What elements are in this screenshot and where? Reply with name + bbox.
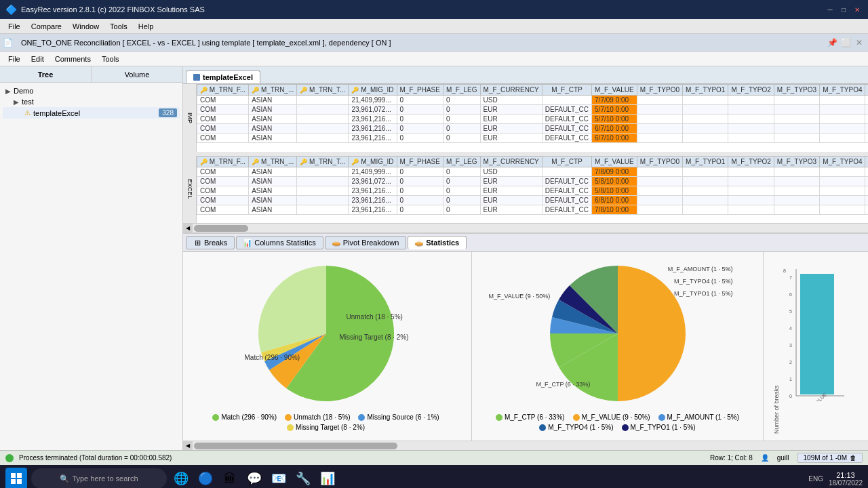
top-table-row[interactable]: COMASIAN23,961,072...00EURDEFAULT_CC5/7/… <box>197 105 869 115</box>
sidebar-volume-tab[interactable]: Volume <box>92 66 182 82</box>
top-table-row[interactable]: COMASIAN23,961,216...00EURDEFAULT_CC5/7/… <box>197 115 869 124</box>
charts-scrollbar[interactable]: ◀ <box>183 441 868 450</box>
bottom-table-cell: 0 <box>443 186 480 195</box>
top-table-cell <box>542 96 591 105</box>
bottom-table-cell <box>683 176 728 186</box>
col-header-typo4: M_F_TYPO4 <box>820 85 865 96</box>
bottom-table-cell: 0 <box>443 176 480 186</box>
bottom-table-cell <box>297 167 349 176</box>
top-table-cell: DEFAULT_CC <box>542 115 591 124</box>
bottom-table-cell <box>728 176 774 186</box>
bottom-table-cell <box>774 195 819 205</box>
chart-divider <box>471 252 472 441</box>
bottom-table-cell <box>297 195 349 205</box>
col-header-migid: 🔑 M_MIG_ID <box>349 85 397 96</box>
taskbar-edge-icon[interactable]: 🌐 <box>171 468 191 488</box>
minimize-button[interactable]: ─ <box>825 4 835 15</box>
toolbar-pin-icon[interactable]: 📌 <box>826 37 838 49</box>
taskbar-teams-icon[interactable]: 💬 <box>244 468 264 488</box>
toolbar-close2-icon[interactable]: ✕ <box>853 37 865 49</box>
app3-icon: 📊 <box>320 471 335 486</box>
menu-compare[interactable]: Compare <box>26 21 67 32</box>
col-header-b-amou: M_F_AMOU... <box>865 156 868 167</box>
bottom-table-row[interactable]: COMASIAN23,961,216...00EURDEFAULT_CC7/8/… <box>197 205 869 214</box>
chart2-value-label: M_F_VALUE (9 · 50%) <box>489 293 551 300</box>
status-row-col: Row: 1; Col: 8 <box>710 454 753 462</box>
legend-missing-target: Missing Target (8 · 2%) <box>287 424 365 431</box>
menu2-comments[interactable]: Comments <box>50 54 96 64</box>
tables-scrollbar[interactable]: ◀ <box>183 223 868 232</box>
taskbar-app2-icon[interactable]: 🔧 <box>293 468 313 488</box>
tree-badge: 328 <box>159 108 177 117</box>
bottom-table-cell <box>683 167 728 176</box>
edge-icon: 🌐 <box>174 471 189 486</box>
top-table-row[interactable]: COMASIAN23,961,216...00EURDEFAULT_CC6/7/… <box>197 134 869 143</box>
bottom-table-cell: 6/8/10 0:00 <box>592 195 637 205</box>
tab-columns-stats-label: Columns Statistics <box>254 239 315 247</box>
tab-template-excel[interactable]: templateExcel <box>186 70 260 83</box>
tab-pivot-breakdown[interactable]: 🥧 Pivot Breakdown <box>325 236 407 249</box>
taskbar-chrome-icon[interactable]: 🔵 <box>195 468 216 488</box>
sidebar-tree-tab[interactable]: Tree <box>0 66 92 82</box>
y-label-4: 4 <box>789 326 792 331</box>
toolbar-expand-icon[interactable]: ⬜ <box>840 37 852 49</box>
maximize-button[interactable]: □ <box>838 4 849 15</box>
bottom-table-cell: INT <box>865 186 868 195</box>
start-button[interactable] <box>5 468 27 488</box>
bottom-table-cell: DEFAULT_CC <box>542 176 591 186</box>
bottom-table-row[interactable]: COMASIAN23,961,216...00EURDEFAULT_CC6/8/… <box>197 195 869 205</box>
toolbar2-icons: 📄 <box>3 38 13 47</box>
close-button[interactable]: ✕ <box>852 4 863 15</box>
bottom-table-cell: ASIAN <box>249 195 297 205</box>
scroll-left-arrow[interactable]: ◀ <box>183 224 193 233</box>
col-header-phase: M_F_PHASE <box>397 85 443 96</box>
top-table-cell <box>728 115 774 124</box>
menu-file[interactable]: File <box>3 21 26 32</box>
bottom-table-row[interactable]: COMASIAN21,409,999...00USD7/8/09 0:00INT <box>197 167 869 176</box>
menu-tools[interactable]: Tools <box>104 21 133 32</box>
menu-help[interactable]: Help <box>133 21 159 32</box>
clock-date: 18/07/2022 <box>829 479 863 487</box>
svg-rect-3 <box>17 479 22 484</box>
menu-window[interactable]: Window <box>67 21 104 32</box>
menu-bar: File Compare Window Tools Help <box>0 19 868 34</box>
tab-statistics[interactable]: 🥧 Statistics <box>408 236 467 249</box>
bottom-table-cell <box>728 205 774 214</box>
bottom-table-row[interactable]: COMASIAN23,961,072...00EURDEFAULT_CC5/8/… <box>197 176 869 186</box>
legend2-value: M_F_VALUE (9 · 50%) <box>573 413 650 421</box>
bottom-table-cell: INT <box>865 195 868 205</box>
tree-item-template[interactable]: ⚠ templateExcel 328 <box>3 107 180 119</box>
charts-scroll-left[interactable]: ◀ <box>183 441 193 451</box>
legend-missing-target-label: Missing Target (8 · 2%) <box>296 424 365 431</box>
status-memory: 109M of 1 -0M 🗑 <box>797 453 863 463</box>
top-table-cell: 21,409,999... <box>349 96 397 105</box>
top-table-cell <box>683 134 728 143</box>
menu2-edit[interactable]: Edit <box>26 54 50 64</box>
tree-item-test[interactable]: ▶ test <box>3 96 180 107</box>
taskbar-app1-icon[interactable]: 🏛 <box>220 468 240 488</box>
top-table-row[interactable]: COMASIAN23,961,216...00EURDEFAULT_CC6/7/… <box>197 124 869 134</box>
tab-breaks[interactable]: ⊞ Breaks <box>186 236 235 249</box>
tab-columns-statistics[interactable]: 📊 Columns Statistics <box>236 236 323 249</box>
taskbar-app3-icon[interactable]: 📊 <box>317 468 338 488</box>
top-table-row[interactable]: COMASIAN21,409,999...00USD7/7/09 0:00INT <box>197 96 869 105</box>
toolbar-icon-group: 📌 ⬜ ✕ <box>826 37 865 49</box>
chart2-container: M_F_AMOUNT (1 · 5%) M_F_TYPO4 (1 · 5%) M… <box>475 252 760 441</box>
charts-scroll-thumb[interactable] <box>194 443 397 449</box>
col-header-leg: M_F_LEG <box>443 85 480 96</box>
menu2-tools[interactable]: Tools <box>96 54 125 64</box>
bar-chart-container: Number of breaks 0 1 2 3 4 5 6 7 8 <box>766 252 868 441</box>
top-table-cell: 0 <box>443 96 480 105</box>
bottom-table-row[interactable]: COMASIAN23,961,216...00EURDEFAULT_CC5/8/… <box>197 186 869 195</box>
col-header-typo1: M_F_TYPO1 <box>683 85 728 96</box>
main-content: Tree Volume ▶ Demo ▶ test ⚠ templateExce… <box>0 66 868 450</box>
bottom-table-cell: COM <box>197 205 249 214</box>
taskbar-outlook-icon[interactable]: 📧 <box>269 468 289 488</box>
menu2-file[interactable]: File <box>3 54 26 64</box>
top-table-cell: INT <box>865 105 868 115</box>
bottom-table-label: EXCEL <box>183 156 197 224</box>
bottom-table-cell <box>820 186 865 195</box>
search-box[interactable]: 🔍 Type here to search <box>31 468 167 488</box>
scroll-thumb[interactable] <box>194 225 248 232</box>
tree-item-demo[interactable]: ▶ Demo <box>3 85 180 96</box>
